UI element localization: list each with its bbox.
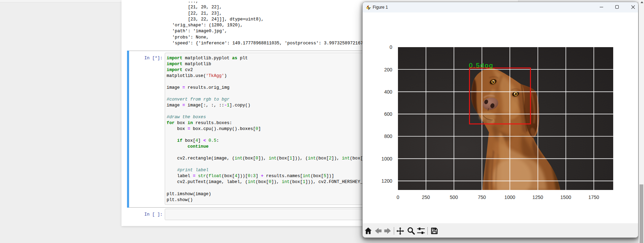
svg-text:0.5dog: 0.5dog xyxy=(469,62,493,69)
